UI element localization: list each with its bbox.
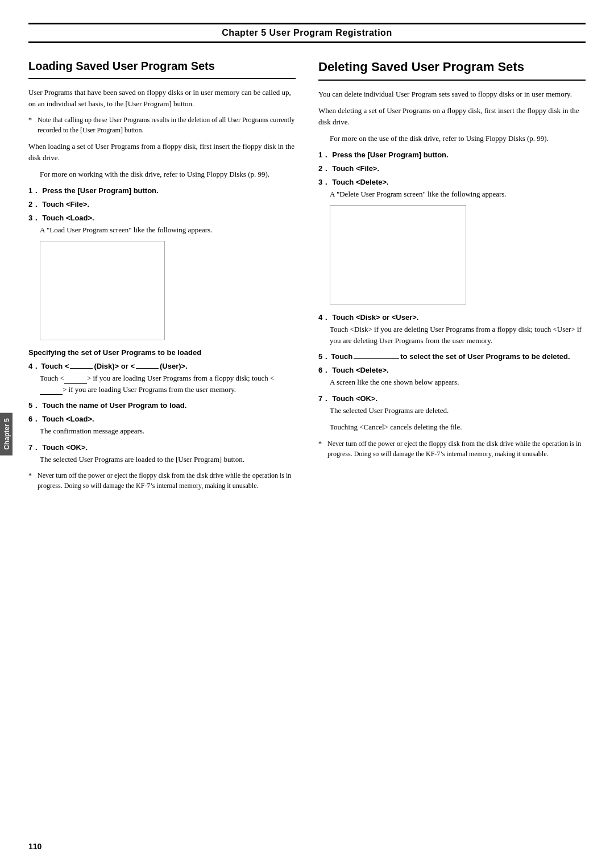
left-step6-label: Touch <Load>. (42, 415, 94, 423)
left-step6-body: The confirmation message appears. (28, 425, 296, 437)
right-step7-line: 7． Touch <OK>. (318, 394, 586, 404)
page-container: Chapter 5 Chapter 5 User Program Registr… (0, 0, 614, 868)
right-note2: Never turn off the power or eject the fl… (318, 439, 586, 459)
right-step2-label: Touch <File>. (332, 164, 379, 173)
left-step4-inline2 (40, 387, 63, 395)
left-step5-line: 5． Touch the name of User Program to loa… (28, 400, 296, 411)
left-step4-end: (User)>. (160, 362, 188, 370)
chapter-header-text: Chapter 5 User Program Registration (222, 28, 392, 37)
right-step5-rest: to select the set of User Programs to be… (400, 352, 570, 361)
left-note2: Never turn off the power or eject the fl… (28, 470, 296, 491)
right-step4-line: 4． Touch <Disk> or <User>. (318, 312, 586, 323)
page-number: 110 (28, 842, 42, 851)
left-step4-blank1 (70, 361, 93, 369)
right-step4-num: 4． (318, 312, 330, 323)
left-step2-label: Touch <File>. (42, 200, 89, 208)
left-step7-num: 7． (28, 443, 40, 453)
left-note1: Note that calling up these User Programs… (28, 115, 296, 135)
right-step4-body: Touch <Disk> if you are deleting User Pr… (318, 324, 586, 346)
two-column-layout: Loading Saved User Program Sets User Pro… (28, 59, 586, 496)
right-step3-label: Touch <Delete>. (332, 178, 388, 186)
right-step7-body1: The selected User Programs are deleted. (318, 405, 586, 416)
left-step6-line: 6． Touch <Load>. (28, 414, 296, 424)
right-step3-num: 3． (318, 177, 330, 187)
right-step6-num: 6． (318, 365, 330, 375)
right-screen-box (330, 205, 466, 304)
left-step4-blank2 (136, 361, 159, 369)
left-step5-label: Touch the name of User Program to load. (42, 401, 186, 410)
right-section-title: Deleting Saved User Program Sets (318, 59, 586, 81)
left-step2-line: 2． Touch <File>. (28, 199, 296, 210)
right-step2-line: 2． Touch <File>. (318, 164, 586, 174)
left-subsection-title: Specifying the set of User Programs to b… (28, 348, 296, 357)
right-step7-label: Touch <OK>. (332, 394, 377, 403)
right-intro3: For more on the use of the disk drive, r… (318, 133, 586, 144)
left-step4-middle: (Disk)> or < (94, 362, 135, 370)
right-step6-line: 6． Touch <Delete>. (318, 365, 586, 375)
chapter-tab: Chapter 5 (0, 412, 13, 455)
left-screen-caption: A "Load User Program screen" like the fo… (28, 224, 296, 236)
left-step5-num: 5． (28, 400, 40, 411)
right-intro2: When deleting a set of User Programs on … (318, 105, 586, 127)
left-intro3: For more on working with the disk drive,… (28, 169, 296, 180)
right-step5-touch: Touch (331, 352, 352, 361)
left-step1-num: 1． (28, 186, 40, 196)
left-step3-label: Touch <Load>. (42, 214, 94, 222)
right-intro1: You can delete individual User Program s… (318, 89, 586, 100)
left-step4-label: Touch < (41, 362, 69, 370)
chapter-header: Chapter 5 User Program Registration (28, 23, 586, 43)
left-step6-num: 6． (28, 414, 40, 424)
left-screen-box (40, 241, 165, 340)
left-intro2: When loading a set of User Programs from… (28, 141, 296, 163)
left-step7-line: 7． Touch <OK>. (28, 443, 296, 453)
right-step1-num: 1． (318, 150, 330, 160)
right-step5-line: 5． Touch to select the set of User Progr… (318, 352, 586, 362)
left-step4-body: Touch <> if you are loading User Program… (28, 373, 296, 395)
left-step4-line: 4． Touch < (Disk)> or < (User)>. (28, 361, 296, 372)
right-step6-label: Touch <Delete>. (332, 366, 388, 374)
left-step4-num: 4． (28, 361, 40, 372)
left-step3-num: 3． (28, 213, 40, 223)
right-step7-num: 7． (318, 394, 330, 404)
right-step6-body: A screen like the one shown below appear… (318, 377, 586, 388)
left-column: Loading Saved User Program Sets User Pro… (28, 59, 296, 496)
right-step5-blank (354, 352, 399, 359)
left-step2-num: 2． (28, 199, 40, 210)
left-intro1: User Programs that have been saved on fl… (28, 87, 296, 109)
right-step1-label: Press the [User Program] button. (332, 151, 448, 159)
left-step7-label: Touch <OK>. (42, 443, 88, 452)
left-step3-line: 3． Touch <Load>. (28, 213, 296, 223)
right-step3-line: 3． Touch <Delete>. (318, 177, 586, 187)
right-step5-num: 5． (318, 352, 330, 362)
right-column: Deleting Saved User Program Sets You can… (318, 59, 586, 496)
right-step1-line: 1． Press the [User Program] button. (318, 150, 586, 160)
right-step2-num: 2． (318, 164, 330, 174)
left-step1-label: Press the [User Program] button. (42, 186, 158, 195)
left-step1-line: 1． Press the [User Program] button. (28, 186, 296, 196)
right-screen-caption: A "Delete User Program screen" like the … (318, 189, 586, 200)
left-step4-inline1 (64, 377, 87, 384)
right-step4-label: Touch <Disk> or <User>. (332, 313, 418, 322)
left-section-title: Loading Saved User Program Sets (28, 59, 296, 79)
right-step7-body2: Touching <Cancel> cancels deleting the f… (318, 422, 586, 433)
left-step7-body: The selected User Programs are loaded to… (28, 454, 296, 465)
